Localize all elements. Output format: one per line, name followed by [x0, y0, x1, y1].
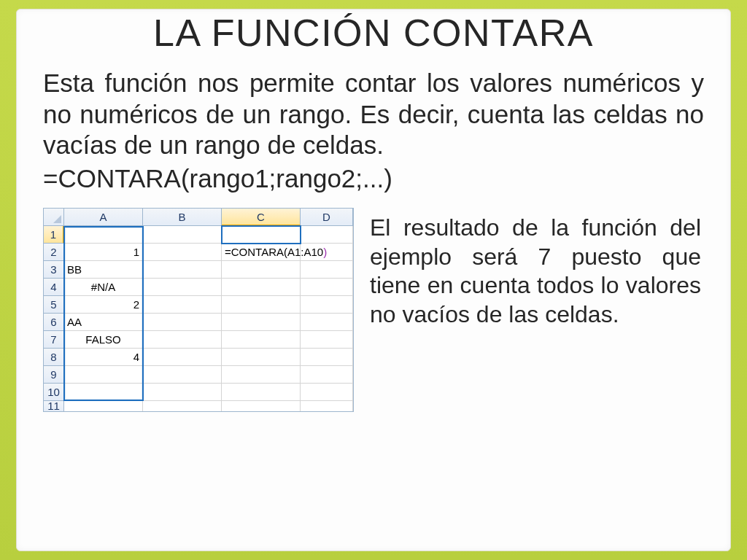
formula-text: =CONTARA(A1:A10) [225, 244, 327, 261]
cell-B2[interactable] [143, 244, 222, 261]
cell-A1[interactable] [64, 226, 143, 244]
row-header-2[interactable]: 2 [44, 244, 64, 261]
cell-C3[interactable] [222, 261, 301, 279]
cell-B6[interactable] [143, 314, 222, 331]
formula-body: =CONTARA(A1:A10 [225, 246, 323, 258]
col-header-D[interactable]: D [301, 209, 353, 226]
formula-close-paren: ) [323, 246, 327, 258]
cell-D9[interactable] [301, 366, 353, 384]
cell-B1[interactable] [143, 226, 222, 244]
row-header-1[interactable]: 1 [44, 226, 64, 244]
result-explanation: El resultado de la función del ejemplo s… [370, 208, 704, 330]
row-3: 3 BB [44, 261, 353, 279]
cell-D5[interactable] [301, 296, 353, 314]
cell-D1[interactable] [301, 226, 353, 244]
row-header-3[interactable]: 3 [44, 261, 64, 279]
row-2: 2 1 =CONTARA(A1:A10) [44, 244, 353, 261]
row-4: 4 #N/A [44, 279, 353, 296]
syntax-line: =CONTARA(rango1;rango2;...) [43, 164, 704, 193]
col-header-C[interactable]: C [222, 209, 301, 226]
cell-B7[interactable] [143, 331, 222, 349]
cell-C2[interactable]: =CONTARA(A1:A10) [222, 244, 301, 261]
cell-D11[interactable] [301, 401, 353, 411]
slide-title: LA FUNCIÓN CONTARA [43, 11, 704, 55]
cell-D10[interactable] [301, 384, 353, 401]
row-header-10[interactable]: 10 [44, 384, 64, 401]
row-6: 6 AA [44, 314, 353, 331]
cell-B10[interactable] [143, 384, 222, 401]
cell-A4[interactable]: #N/A [64, 279, 143, 296]
cell-B4[interactable] [143, 279, 222, 296]
cell-B5[interactable] [143, 296, 222, 314]
cell-A6[interactable]: AA [64, 314, 143, 331]
description-paragraph: Esta función nos permite contar los valo… [43, 68, 704, 161]
col-header-A[interactable]: A [64, 209, 143, 226]
cell-C5[interactable] [222, 296, 301, 314]
row-10: 10 [44, 384, 353, 401]
column-header-row: A B C D [44, 209, 353, 226]
cell-C10[interactable] [222, 384, 301, 401]
cell-C4[interactable] [222, 279, 301, 296]
row-5: 5 2 [44, 296, 353, 314]
row-header-6[interactable]: 6 [44, 314, 64, 331]
cell-B8[interactable] [143, 349, 222, 366]
cell-D7[interactable] [301, 331, 353, 349]
spreadsheet-example: A B C D 1 2 1 =CONTARA(A1:A10) [43, 208, 354, 412]
cell-D6[interactable] [301, 314, 353, 331]
cell-D4[interactable] [301, 279, 353, 296]
cell-C1[interactable] [222, 226, 301, 244]
cell-A5[interactable]: 2 [64, 296, 143, 314]
cell-A7[interactable]: FALSO [64, 331, 143, 349]
cell-C8[interactable] [222, 349, 301, 366]
cell-A2[interactable]: 1 [64, 244, 143, 261]
cell-C9[interactable] [222, 366, 301, 384]
cell-D3[interactable] [301, 261, 353, 279]
cell-A10[interactable] [64, 384, 143, 401]
row-9: 9 [44, 366, 353, 384]
cell-A3[interactable]: BB [64, 261, 143, 279]
select-all-corner[interactable] [44, 209, 64, 226]
cell-D8[interactable] [301, 349, 353, 366]
slide-content: LA FUNCIÓN CONTARA Esta función nos perm… [16, 9, 731, 551]
cell-C7[interactable] [222, 331, 301, 349]
row-11: 11 [44, 401, 353, 411]
row-header-11[interactable]: 11 [44, 401, 64, 411]
cell-A11[interactable] [64, 401, 143, 411]
cell-A9[interactable] [64, 366, 143, 384]
row-header-4[interactable]: 4 [44, 279, 64, 296]
col-header-B[interactable]: B [143, 209, 222, 226]
lower-row: A B C D 1 2 1 =CONTARA(A1:A10) [43, 208, 704, 412]
row-header-8[interactable]: 8 [44, 349, 64, 366]
cell-A8[interactable]: 4 [64, 349, 143, 366]
cell-C11[interactable] [222, 401, 301, 411]
row-header-7[interactable]: 7 [44, 331, 64, 349]
cell-C6[interactable] [222, 314, 301, 331]
cell-B9[interactable] [143, 366, 222, 384]
cell-B11[interactable] [143, 401, 222, 411]
row-1: 1 [44, 226, 353, 244]
row-7: 7 FALSO [44, 331, 353, 349]
row-header-9[interactable]: 9 [44, 366, 64, 384]
cell-B3[interactable] [143, 261, 222, 279]
row-8: 8 4 [44, 349, 353, 366]
row-header-5[interactable]: 5 [44, 296, 64, 314]
